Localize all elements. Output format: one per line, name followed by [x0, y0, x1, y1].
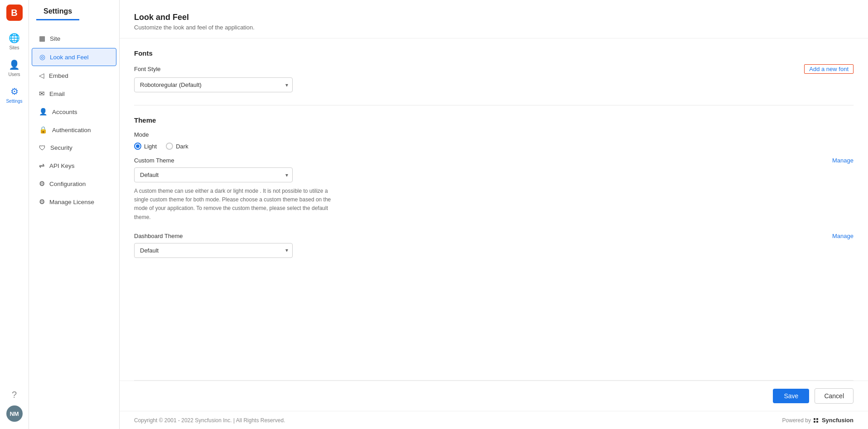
nav-item-settings[interactable]: ⚙ Settings	[0, 81, 29, 108]
syncfusion-brand-label: Syncfusion	[822, 417, 854, 424]
sidebar-item-email-label: Email	[49, 91, 65, 97]
sidebar-title-wrap: Settings	[29, 7, 119, 29]
cancel-button[interactable]: Cancel	[815, 388, 854, 404]
powered-by-label: Powered by	[782, 417, 811, 424]
font-style-row: Font Style Add a new font	[134, 64, 854, 74]
help-icon[interactable]: ?	[12, 390, 17, 400]
nav-item-users[interactable]: 👤 Users	[0, 55, 29, 81]
authentication-icon: 🔒	[39, 126, 48, 134]
copyright-text: Copyright © 2001 - 2022 Syncfusion Inc. …	[134, 417, 285, 424]
settings-icon: ⚙	[10, 86, 19, 97]
sites-icon: 🌐	[9, 33, 20, 43]
custom-theme-select-wrapper: Default ▾	[134, 167, 293, 182]
sidebar-item-embed[interactable]: ◁ Embed	[32, 67, 116, 84]
security-icon: 🛡	[39, 144, 46, 152]
custom-theme-label: Custom Theme	[134, 157, 174, 164]
accounts-icon: 👤	[39, 108, 48, 116]
mode-row: Light Dark	[134, 143, 854, 150]
main-content: Look and Feel Customize the look and fee…	[120, 0, 868, 429]
sidebar-item-api-keys-label: API Keys	[49, 162, 75, 169]
app-logo-text: B	[11, 8, 17, 18]
dashboard-theme-select-wrapper: Default ▾	[134, 243, 293, 258]
email-icon: ✉	[39, 90, 45, 98]
sidebar-item-security-label: Security	[50, 144, 72, 151]
fonts-section-title: Fonts	[134, 49, 854, 57]
app-logo: B	[6, 5, 23, 21]
sidebar-item-accounts[interactable]: 👤 Accounts	[32, 103, 116, 120]
light-mode-label: Light	[144, 143, 157, 150]
sidebar-item-site-label: Site	[50, 35, 60, 42]
dashboard-theme-label: Dashboard Theme	[134, 233, 183, 239]
sidebar: Settings ▦ Site ◎ Look and Feel ◁ Embed …	[29, 0, 120, 429]
nav-item-settings-label: Settings	[6, 99, 22, 104]
sidebar-item-look-and-feel[interactable]: ◎ Look and Feel	[32, 48, 116, 66]
add-font-link[interactable]: Add a new font	[804, 64, 854, 74]
theme-section-title: Theme	[134, 116, 854, 124]
font-style-select[interactable]: Robotoregular (Default) Arial Helvetica	[134, 77, 293, 92]
page-footer: Copyright © 2001 - 2022 Syncfusion Inc. …	[120, 411, 868, 429]
icon-nav-bottom: ? NM	[6, 390, 23, 422]
theme-section: Theme Mode Light Dark Custom Theme Mana	[134, 116, 854, 258]
sidebar-item-authentication[interactable]: 🔒 Authentication	[32, 121, 116, 138]
content-body: Fonts Font Style Add a new font Robotore…	[120, 38, 868, 380]
fonts-section: Fonts Font Style Add a new font Robotore…	[134, 49, 854, 92]
sidebar-item-api-keys[interactable]: ⇌ API Keys	[32, 157, 116, 174]
light-radio-circle	[134, 143, 141, 150]
custom-theme-manage-link[interactable]: Manage	[832, 157, 854, 164]
dark-mode-label: Dark	[176, 143, 188, 150]
fonts-divider	[134, 105, 854, 105]
api-keys-icon: ⇌	[39, 162, 45, 170]
font-style-select-wrapper: Robotoregular (Default) Arial Helvetica …	[134, 77, 293, 92]
nav-item-sites[interactable]: 🌐 Sites	[0, 28, 29, 55]
configuration-icon: ⚙	[39, 180, 45, 188]
sidebar-item-site[interactable]: ▦ Site	[32, 30, 116, 47]
light-radio-inner	[136, 144, 140, 148]
nav-item-users-label: Users	[8, 72, 20, 77]
save-button[interactable]: Save	[773, 389, 809, 403]
dashboard-theme-manage-link[interactable]: Manage	[832, 233, 854, 239]
manage-license-icon: ⚙	[39, 198, 45, 206]
dashboard-theme-select[interactable]: Default	[134, 243, 293, 258]
sidebar-item-configuration[interactable]: ⚙ Configuration	[32, 175, 116, 192]
syncfusion-grid-icon	[814, 418, 818, 423]
avatar[interactable]: NM	[6, 405, 23, 422]
dashboard-theme-row: Dashboard Theme Manage	[134, 233, 854, 239]
users-icon: 👤	[9, 59, 20, 70]
sidebar-item-embed-label: Embed	[49, 72, 68, 79]
sidebar-title: Settings	[36, 7, 79, 20]
powered-by: Powered by Syncfusion	[782, 417, 854, 424]
theme-note: A custom theme can use either a dark or …	[134, 187, 342, 222]
sidebar-item-look-and-feel-label: Look and Feel	[50, 54, 89, 61]
page-title: Look and Feel	[134, 13, 854, 22]
footer-actions: Save Cancel	[120, 381, 868, 411]
sidebar-item-security[interactable]: 🛡 Security	[32, 139, 116, 156]
dark-radio-circle	[166, 143, 173, 150]
sidebar-item-manage-license-label: Manage License	[49, 199, 94, 205]
sidebar-item-authentication-label: Authentication	[52, 127, 91, 133]
custom-theme-row: Custom Theme Manage	[134, 157, 854, 164]
icon-nav: B 🌐 Sites 👤 Users ⚙ Settings ? NM	[0, 0, 29, 429]
sidebar-item-manage-license[interactable]: ⚙ Manage License	[32, 193, 116, 210]
site-icon: ▦	[39, 34, 45, 43]
sidebar-item-accounts-label: Accounts	[52, 109, 77, 115]
sidebar-item-configuration-label: Configuration	[49, 181, 86, 187]
page-subtitle: Customize the look and feel of the appli…	[134, 24, 854, 31]
dark-mode-option[interactable]: Dark	[166, 143, 188, 150]
nav-item-sites-label: Sites	[9, 45, 19, 50]
mode-label: Mode	[134, 131, 854, 138]
look-and-feel-icon: ◎	[39, 53, 45, 61]
font-style-label: Font Style	[134, 66, 161, 72]
content-header: Look and Feel Customize the look and fee…	[120, 0, 868, 38]
avatar-text: NM	[10, 410, 19, 417]
custom-theme-select[interactable]: Default	[134, 167, 293, 182]
sidebar-item-email[interactable]: ✉ Email	[32, 85, 116, 102]
embed-icon: ◁	[39, 72, 44, 80]
light-mode-option[interactable]: Light	[134, 143, 157, 150]
